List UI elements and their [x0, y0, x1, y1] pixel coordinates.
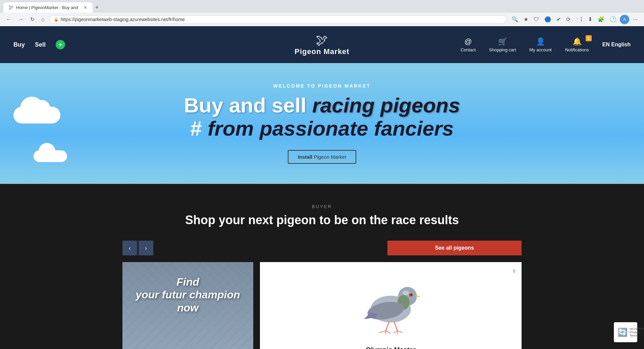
carousel-prev-button[interactable]: ‹: [122, 241, 137, 255]
section-title: Shop your next pigeon to be on the race …: [0, 213, 644, 227]
svg-point-5: [411, 294, 412, 295]
browser-tab-bar: 🕊 Home | PigeonMarket - Buy and ✕ +: [0, 0, 644, 12]
recaptcha-icon: 🔄: [618, 328, 628, 337]
new-tab-button[interactable]: +: [93, 3, 102, 12]
hero-line2: # from passionate fanciers: [184, 117, 460, 140]
profile-avatar[interactable]: A: [620, 15, 629, 24]
hero-hash: #: [190, 117, 208, 140]
site-header: Buy Sell + 🕊 Pigeon Market @ Contact 🛒 S…: [0, 26, 644, 63]
hero-subtitle: WELCOME TO PIGEON MARKET: [273, 83, 371, 89]
extension2-btn[interactable]: 🧩: [596, 15, 606, 24]
history-btn[interactable]: 🕐: [608, 15, 619, 24]
pigeon-image: [354, 272, 428, 336]
shield-btn[interactable]: 🛡: [532, 15, 541, 24]
see-all-pigeons-button[interactable]: See all pigeons: [387, 241, 522, 255]
promo-card-content: Find your futur champion now Discover th…: [122, 262, 253, 349]
home-button[interactable]: ⌂: [39, 15, 47, 24]
svg-line-8: [386, 322, 389, 331]
product-card: ♀: [260, 262, 522, 349]
cards-area: Find your futur champion now Discover th…: [96, 262, 548, 349]
install-btn-suffix: Pigeon Market: [312, 154, 346, 160]
promo-title-line2: your futur champion: [136, 288, 240, 301]
nav-sell-link[interactable]: Sell: [35, 41, 46, 48]
favorite-icon[interactable]: ♀: [512, 267, 517, 276]
reload-button[interactable]: ↻: [28, 15, 37, 24]
hero-line2-emphasis: from passionate fanciers: [208, 117, 454, 140]
lock-icon: 🔒: [54, 17, 59, 22]
sync-btn[interactable]: ⟳: [564, 15, 573, 24]
install-btn-prefix: Install: [298, 154, 312, 160]
contact-label: Contact: [461, 47, 476, 52]
cloud-decoration-2: [34, 150, 67, 162]
toolbar-actions: 🔍 ★ 🛡 🔵 ✔ ⟳ 📑 ⬇ 🧩 🕐 A ⋯: [509, 15, 640, 24]
contact-nav-item[interactable]: @ Contact: [461, 37, 476, 52]
main-content: BUYER Shop your next pigeon to be on the…: [0, 184, 644, 349]
logo-pigeon-icon: 🕊: [316, 33, 328, 47]
tab-title: Home | PigeonMarket - Buy and: [16, 5, 78, 10]
privacy-btn[interactable]: 🔵: [542, 15, 553, 24]
notifications-label: Notifications: [565, 47, 589, 52]
product-card-info: Olympic Master BE 20-1478523 €500: [260, 343, 522, 349]
product-name: Olympic Master: [267, 346, 515, 349]
browser-toolbar: ← → ↻ ⌂ 🔒 https://pigeonmarketweb-stagin…: [0, 12, 644, 26]
svg-line-10: [379, 331, 386, 333]
myaccount-nav-item[interactable]: 👤 My account: [529, 37, 551, 52]
hero-title: Buy and sell racing pigeons # from passi…: [184, 94, 460, 140]
carousel-arrows: ‹ ›: [122, 241, 153, 255]
cart-icon: 🛒: [498, 37, 507, 46]
notification-badge-count: 1: [586, 35, 592, 41]
hero-section: WELCOME TO PIGEON MARKET Buy and sell ra…: [0, 63, 644, 184]
promo-title-line1: Find: [136, 276, 240, 288]
language-label: EN English: [602, 42, 631, 47]
bookmarks-btn[interactable]: 📑: [574, 15, 585, 24]
cart-nav-item[interactable]: 🛒 Shopping cart: [489, 37, 516, 52]
nav-left: Buy Sell +: [13, 40, 65, 49]
download-btn[interactable]: ⬇: [586, 15, 594, 24]
bookmark-star-btn[interactable]: ★: [522, 15, 530, 24]
forward-button[interactable]: →: [16, 15, 25, 24]
hero-line1: Buy and sell racing pigeons: [184, 94, 460, 117]
hero-brand-text: PIGEON MARKET: [318, 83, 371, 89]
tab-close-btn[interactable]: ✕: [84, 5, 87, 10]
carousel-next-button[interactable]: ›: [139, 241, 153, 255]
section-label: BUYER: [0, 204, 644, 209]
svg-line-13: [393, 331, 397, 333]
product-card-image: [260, 262, 522, 343]
address-bar[interactable]: 🔒 https://pigeonmarketweb-staging.azurew…: [49, 15, 507, 24]
url-text: https://pigeonmarketweb-staging.azureweb…: [61, 17, 502, 22]
logo-text: Pigeon Market: [294, 47, 349, 56]
hero-welcome-text: WELCOME TO: [273, 83, 316, 89]
carousel-controls: ‹ › See all pigeons: [96, 241, 548, 255]
svg-point-16: [402, 291, 409, 295]
active-tab[interactable]: 🕊 Home | PigeonMarket - Buy and ✕: [3, 2, 93, 12]
svg-line-12: [386, 331, 391, 333]
cart-label: Shopping cart: [489, 47, 516, 52]
hero-line1-prefix: Buy and sell: [184, 94, 312, 117]
myaccount-label: My account: [529, 47, 551, 52]
site-logo[interactable]: 🕊 Pigeon Market: [294, 33, 349, 56]
promo-card: Find your futur champion now Discover th…: [122, 262, 253, 349]
svg-line-15: [397, 331, 402, 333]
tab-favicon: 🕊: [9, 5, 13, 10]
contact-icon: @: [464, 37, 472, 46]
extension-btn[interactable]: ✔: [554, 15, 563, 24]
nav-buy-link[interactable]: Buy: [13, 41, 25, 48]
nav-add-button[interactable]: +: [56, 40, 65, 49]
recaptcha-text: reCAPTCHAPrivacy - Terms: [630, 327, 644, 337]
promo-card-title: Find your futur champion now: [136, 276, 240, 314]
recaptcha-badge: 🔄 reCAPTCHAPrivacy - Terms: [614, 322, 637, 342]
svg-line-9: [394, 322, 397, 331]
install-button[interactable]: Install Pigeon Market: [288, 150, 356, 164]
promo-title-line3: now: [136, 301, 240, 314]
myaccount-icon: 👤: [536, 37, 545, 46]
more-btn[interactable]: ⋯: [631, 15, 640, 24]
nav-right: @ Contact 🛒 Shopping cart 👤 My account 🔔…: [461, 37, 631, 52]
svg-marker-3: [416, 295, 421, 298]
browser-window: 🕊 Home | PigeonMarket - Buy and ✕ + ← → …: [0, 0, 644, 349]
hero-racing-pigeons: racing pigeons: [312, 94, 460, 117]
back-button[interactable]: ←: [4, 15, 13, 24]
notifications-icon: 🔔: [573, 37, 582, 46]
search-action-btn[interactable]: 🔍: [509, 15, 520, 24]
language-selector[interactable]: EN English: [602, 42, 631, 48]
notifications-nav-item[interactable]: 🔔 1 Notifications: [565, 37, 589, 52]
